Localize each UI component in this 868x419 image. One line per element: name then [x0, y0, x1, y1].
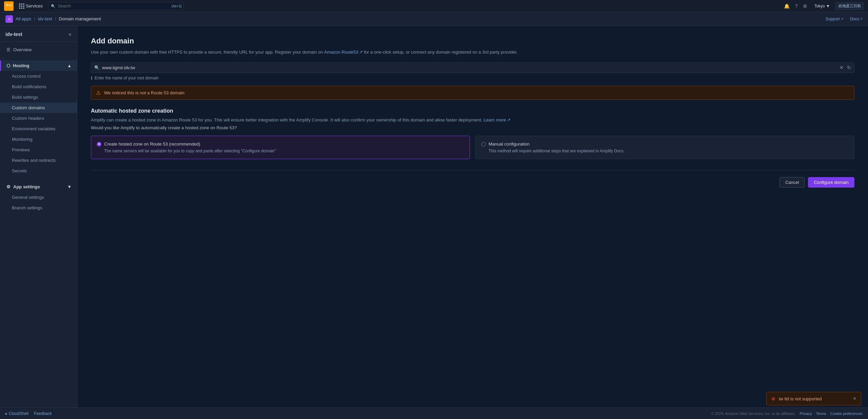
custom-domains-label: Custom domains — [12, 105, 45, 110]
radio-option-1-label: Create hosted zone on Route 53 (recommen… — [104, 141, 200, 147]
user-menu[interactable]: 此地是三日前 — [835, 2, 864, 10]
hint-text: Enter the name of your root domain — [95, 76, 159, 80]
branch-settings-label: Branch settings — [12, 205, 42, 210]
chevron-down-icon: ▼ — [67, 184, 72, 189]
external-icon: ↗ — [841, 17, 843, 21]
sidebar-item-overview[interactable]: ☰ Overview — [0, 44, 77, 55]
sidebar-item-access-control[interactable]: Access control — [0, 71, 77, 81]
radio-dot-2 — [481, 142, 486, 147]
sidebar-item-build-notifications[interactable]: Build notifications — [0, 81, 77, 92]
domain-input-actions: ✕ ↻ — [839, 64, 852, 71]
sidebar-item-build-settings[interactable]: Build settings — [0, 92, 77, 102]
refresh-domain-button[interactable]: ↻ — [846, 64, 852, 71]
settings-button[interactable]: ⚙ — [802, 2, 809, 10]
page-description: Use your own custom domain with free HTT… — [91, 49, 854, 56]
domain-input-wrapper: 🔍 ✕ ↻ — [91, 62, 854, 73]
configure-domain-button[interactable]: Configure domain — [808, 177, 854, 188]
main-layout: idv-test « ☰ Overview ⬡ Hosting ▲ Access… — [0, 26, 868, 419]
toast-message: tw tld is not supported — [779, 396, 850, 401]
radio-label-2: Manual configuration — [481, 141, 849, 147]
sidebar-item-custom-headers[interactable]: Custom headers — [0, 113, 77, 123]
region-selector[interactable]: Tokyo ▼ — [811, 2, 833, 10]
sidebar-overview-section: ☰ Overview — [0, 42, 77, 58]
sidebar-item-secrets[interactable]: Secrets — [0, 166, 77, 176]
sidebar-item-custom-domains[interactable]: Custom domains — [0, 102, 77, 113]
domain-search-icon: 🔍 — [94, 65, 100, 70]
notifications-button[interactable]: 🔔 — [783, 2, 791, 10]
terms-link[interactable]: Terms — [816, 412, 826, 416]
build-settings-label: Build settings — [12, 95, 38, 100]
route53-link[interactable]: Amazon Route53 ↗ — [324, 49, 362, 56]
learn-more-link[interactable]: Learn more ↗ — [484, 117, 510, 123]
collapse-sidebar-button[interactable]: « — [68, 31, 72, 37]
search-bar[interactable]: 🔍 [Alt+S] — [48, 2, 184, 10]
monitoring-label: Monitoring — [12, 137, 33, 142]
previews-label: Previews — [12, 147, 30, 152]
sidebar-item-environment-variables[interactable]: Environment variables — [0, 123, 77, 134]
breadcrumb-app[interactable]: idv-test — [38, 16, 52, 21]
cancel-button[interactable]: Cancel — [780, 177, 805, 188]
toast-error-icon: ⊗ — [771, 396, 775, 401]
feedback-button[interactable]: Feedback — [34, 411, 52, 416]
support-link[interactable]: Support ↗ — [826, 17, 843, 21]
main-content: Add domain Use your own custom domain wi… — [77, 26, 868, 419]
toast-notification: ⊗ tw tld is not supported × — [766, 392, 861, 405]
custom-headers-label: Custom headers — [12, 116, 44, 121]
sidebar-item-previews[interactable]: Previews — [0, 145, 77, 155]
radio-option-2[interactable]: Manual configuration This method will re… — [475, 136, 854, 159]
overview-icon: ☰ — [6, 47, 11, 52]
ext-icon-learn: ↗ — [507, 117, 511, 123]
env-variables-label: Environment variables — [12, 126, 56, 131]
radio-dot-1 — [97, 142, 101, 147]
zone-question: Would you like Amplify to automatically … — [91, 125, 854, 130]
help-button[interactable]: ? — [794, 2, 799, 10]
privacy-link[interactable]: Privacy — [800, 412, 812, 416]
search-icon: 🔍 — [51, 4, 56, 8]
radio-option-1[interactable]: Create hosted zone on Route 53 (recommen… — [91, 136, 470, 159]
services-label: Services — [26, 3, 43, 8]
search-shortcut: [Alt+S] — [172, 4, 182, 8]
external-icon-2: ↗ — [860, 17, 863, 21]
aws-logo — [4, 1, 14, 11]
description-text-2: for a one-click setup, or connect any do… — [363, 50, 518, 55]
region-label: Tokyo — [814, 4, 825, 8]
cloudshell-label: CloudShell — [9, 411, 28, 416]
input-hint: ℹ Enter the name of your root domain — [91, 76, 854, 80]
access-control-label: Access control — [12, 74, 41, 79]
radio-label-1: Create hosted zone on Route 53 (recommen… — [97, 141, 464, 147]
chevron-icon: ▲ — [67, 63, 72, 68]
radio-options: Create hosted zone on Route 53 (recommen… — [91, 136, 854, 159]
clear-domain-button[interactable]: ✕ — [839, 64, 844, 71]
terminal-icon: ▸ — [5, 411, 7, 416]
sidebar-app-settings-group[interactable]: ⚙ App settings ▼ — [0, 182, 77, 192]
cloudshell-button[interactable]: ▸ CloudShell — [5, 411, 28, 416]
sidebar: idv-test « ☰ Overview ⬡ Hosting ▲ Access… — [0, 26, 77, 419]
divider — [91, 170, 854, 170]
services-button[interactable]: Services — [16, 2, 45, 10]
top-navigation: Services 🔍 [Alt+S] 🔔 ? ⚙ Tokyo ▼ 此地是三日前 — [0, 0, 868, 12]
breadcrumb-bar: A All apps / idv-test / Domain managemen… — [0, 12, 868, 26]
amplify-logo: A — [5, 15, 13, 23]
grid-icon — [19, 3, 24, 9]
page-title: Add domain — [91, 37, 854, 45]
breadcrumb-sep-2: / — [55, 16, 56, 21]
cookie-pref-link[interactable]: Cookie preferences — [830, 412, 863, 416]
hosting-icon: ⬡ — [6, 63, 10, 68]
domain-input[interactable] — [91, 62, 854, 73]
footer-links: © 2024, Amazon Web Services, Inc. or its… — [711, 412, 863, 416]
sidebar-item-monitoring[interactable]: Monitoring — [0, 134, 77, 145]
sidebar-item-branch-settings[interactable]: Branch settings — [0, 203, 77, 213]
sidebar-item-general-settings[interactable]: General settings — [0, 192, 77, 203]
breadcrumb-all-apps[interactable]: All apps — [16, 16, 31, 21]
desc-part1: Amplify can create a hosted zone in Amaz… — [91, 117, 484, 122]
toast-close-button[interactable]: × — [853, 396, 856, 402]
search-input[interactable] — [48, 2, 184, 10]
hosted-zone-title: Automatic hosted zone creation — [91, 108, 854, 114]
app-settings-icon: ⚙ — [6, 184, 11, 189]
sidebar-item-rewrites-redirects[interactable]: Rewrites and redirects — [0, 155, 77, 166]
radio-option-2-desc: This method will require additional step… — [481, 149, 849, 153]
docs-link[interactable]: Docs ↗ — [850, 17, 863, 21]
warning-text: We noticed this is not a Route 53 domain — [104, 90, 184, 95]
sidebar-hosting-group[interactable]: ⬡ Hosting ▲ — [0, 60, 77, 71]
ext-icon-route53: ↗ — [359, 49, 363, 56]
